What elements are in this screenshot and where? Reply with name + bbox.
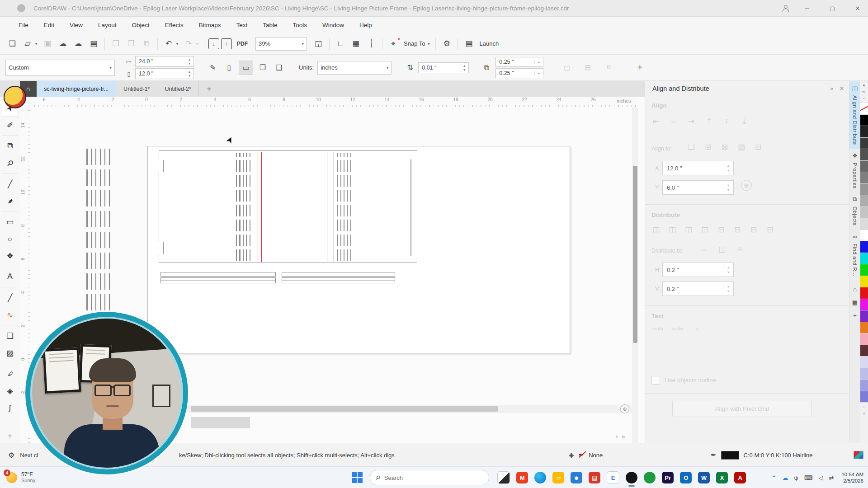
color-swatch[interactable] xyxy=(860,368,868,380)
toolbar-button[interactable]: ◱ xyxy=(311,37,325,51)
distribute-button[interactable]: ◫ xyxy=(698,225,711,235)
tray-icon[interactable]: ⇄ xyxy=(829,474,834,481)
color-swatch[interactable] xyxy=(860,287,868,299)
toolbar-button[interactable]: ▾ xyxy=(175,37,180,51)
menu-item[interactable]: Object xyxy=(124,17,157,33)
duplicate-y-field[interactable]: 0.25 " ▼ xyxy=(495,68,543,78)
align-button[interactable]: ⇡ xyxy=(703,117,715,126)
distribute-button[interactable]: ◫ xyxy=(666,225,679,235)
palette-eyedropper-icon[interactable]: ✑ xyxy=(862,89,866,96)
docker-collapse-icon[interactable]: » xyxy=(830,85,833,92)
menu-item[interactable]: Help xyxy=(352,17,380,33)
tool-button[interactable]: ⚲ xyxy=(2,155,18,172)
color-swatch[interactable] xyxy=(860,103,868,115)
zoom-level-combo[interactable]: 39% ▾ xyxy=(255,37,307,51)
taskbar-app-icon[interactable]: ▤ xyxy=(589,472,600,483)
red-score-line[interactable] xyxy=(334,152,334,262)
color-swatch[interactable] xyxy=(860,333,868,345)
menu-item[interactable]: Tools xyxy=(285,17,315,33)
toolbar-button[interactable]: PDF xyxy=(234,37,251,51)
status-gear-icon[interactable]: ⚙ xyxy=(8,451,14,460)
tool-button[interactable]: ✑ xyxy=(2,363,18,383)
slat-bar[interactable] xyxy=(282,272,395,277)
distribute-v-field[interactable]: 0.2 " ▲▼ xyxy=(662,282,734,296)
color-swatch[interactable] xyxy=(860,172,868,184)
text-align-button[interactable]: Aa Bb xyxy=(651,327,664,331)
taskbar-app-icon[interactable]: X xyxy=(716,472,728,483)
color-swatch[interactable] xyxy=(860,322,868,334)
toolbar-button[interactable]: ▾ xyxy=(194,37,200,51)
color-swatch[interactable] xyxy=(860,299,868,311)
docker-side-tab[interactable]: ◫ Align and Distribute xyxy=(849,81,860,149)
color-swatch[interactable] xyxy=(860,230,868,242)
menu-item[interactable]: Edit xyxy=(36,17,62,33)
page-preset-combo[interactable]: Custom ▾ xyxy=(5,60,115,76)
menu-item[interactable]: Effects xyxy=(157,17,191,33)
docker-close-icon[interactable]: ✕ xyxy=(840,85,844,92)
use-objects-outline-checkbox[interactable] xyxy=(651,376,660,385)
toolbar-button[interactable]: ☁ xyxy=(56,37,70,51)
minimize-button[interactable]: ─ xyxy=(800,5,814,12)
tool-button[interactable]: ✐ xyxy=(2,117,18,134)
toolbar-button[interactable]: ❏ xyxy=(5,37,19,51)
customize-toolbox-button[interactable]: + xyxy=(8,432,13,441)
distribute-button[interactable]: ⊟ xyxy=(731,225,744,235)
start-button[interactable] xyxy=(352,472,363,483)
toolbar-button[interactable]: ↶ xyxy=(162,37,175,51)
align-button[interactable]: ⇤ xyxy=(650,117,662,126)
living-hinge-pattern-loose[interactable] xyxy=(86,148,113,310)
property-button[interactable]: ◻ xyxy=(560,61,574,75)
toolbar-button[interactable]: ⧉ xyxy=(140,37,153,51)
align-button[interactable]: ↕ xyxy=(720,117,733,126)
color-swatch[interactable] xyxy=(860,183,868,196)
tool-button[interactable]: ❏ xyxy=(2,325,18,345)
menu-item[interactable]: Table xyxy=(255,17,285,33)
slat-bar[interactable] xyxy=(160,272,276,277)
align-to-button[interactable]: ⊠ xyxy=(718,142,731,152)
stepper-icon[interactable]: ▲▼ xyxy=(460,64,468,72)
toolbar-button[interactable] xyxy=(204,38,204,50)
tool-button[interactable]: A xyxy=(2,266,18,286)
color-swatch[interactable] xyxy=(860,345,868,357)
slat-bar[interactable] xyxy=(160,277,276,283)
toolbar-button[interactable]: ❐ xyxy=(109,37,123,51)
taskbar-app-icon[interactable]: M xyxy=(516,472,528,483)
units-combo[interactable]: inches ▾ xyxy=(317,61,392,75)
outline-status-icon[interactable]: ✒ xyxy=(579,451,585,459)
toolbar-button[interactable]: ⚙ xyxy=(440,37,453,51)
horizontal-scrollbar-thumb[interactable] xyxy=(191,406,498,412)
color-swatch[interactable] xyxy=(860,356,868,368)
toolbar-button[interactable] xyxy=(382,38,382,50)
menu-item[interactable]: View xyxy=(62,17,90,33)
navigator-icon[interactable]: ⊕ xyxy=(620,404,629,413)
tool-button[interactable]: ʃ xyxy=(2,399,18,416)
toolbar-button[interactable]: ↷ xyxy=(182,37,195,51)
weather-widget[interactable]: 4 57°F Sunny xyxy=(6,472,35,483)
distribute-button[interactable]: ⊟ xyxy=(747,225,760,235)
distribute-button[interactable]: ⊟ xyxy=(764,225,776,235)
menu-item[interactable]: Layout xyxy=(90,17,124,33)
stepper-icon[interactable]: ▲▼ xyxy=(723,183,733,192)
color-swatch[interactable] xyxy=(860,126,868,138)
docker-side-tab[interactable]: ∞ Find and R... xyxy=(849,230,860,280)
taskbar-app-icon[interactable]: W xyxy=(698,472,710,483)
toolbar-button[interactable] xyxy=(458,38,458,50)
toolbar-button[interactable] xyxy=(435,38,436,50)
menu-item[interactable]: Bitmaps xyxy=(191,17,229,33)
palette-more-icon[interactable]: » xyxy=(863,410,865,417)
stepper-icon[interactable]: ▲ xyxy=(534,60,543,64)
color-swatch[interactable] xyxy=(860,114,868,127)
menu-item[interactable]: File xyxy=(11,17,36,33)
taskbar-app-icon[interactable]: E xyxy=(607,471,619,484)
distribute-button[interactable]: ◫ xyxy=(650,225,662,235)
duplicate-x-field[interactable]: 0.25 " ▲ xyxy=(495,57,543,67)
docker-extra-icon[interactable]: ∩ xyxy=(853,286,857,293)
toolbar-button[interactable]: ❒ xyxy=(124,37,138,51)
tool-button[interactable]: ╱ xyxy=(2,287,18,307)
document-tab[interactable]: Untitled-2* xyxy=(157,81,198,97)
align-x-field[interactable]: 12.0 " ▲▼ xyxy=(662,161,734,175)
red-score-line[interactable] xyxy=(261,152,262,262)
fill-status-icon[interactable]: ◈ xyxy=(569,451,574,459)
color-swatch[interactable] xyxy=(860,253,868,265)
property-button[interactable]: ▭ xyxy=(239,61,253,75)
